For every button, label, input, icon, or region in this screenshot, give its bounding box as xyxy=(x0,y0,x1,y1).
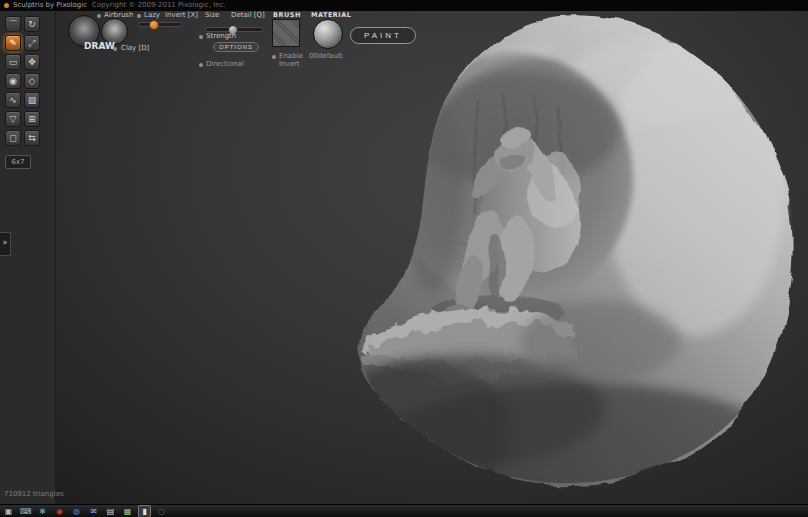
enable-label: Enable xyxy=(279,52,303,60)
smooth-icon: ∿ xyxy=(9,95,17,105)
window-title: Sculptris by Pixologic xyxy=(13,1,87,9)
mail-icon[interactable]: ✉ xyxy=(88,506,99,517)
scale-icon: ⤢ xyxy=(28,38,35,48)
material-sphere-thumbnail[interactable] xyxy=(313,19,343,49)
invert2-label: Invert xyxy=(279,60,300,68)
material-name: 00default xyxy=(309,52,343,60)
text-editor-icon[interactable]: ▤ xyxy=(105,506,116,517)
detail-label: Detail [Q] xyxy=(231,11,265,19)
grid-size-indicator[interactable]: 6x7 xyxy=(5,155,31,169)
crease-icon: ⌒ xyxy=(9,19,18,29)
settings-icon[interactable]: ◌ xyxy=(156,506,167,517)
size-slider[interactable] xyxy=(138,22,182,27)
tool-mask-button[interactable]: ▨ xyxy=(24,92,40,108)
rotate-icon: ↻ xyxy=(28,19,36,29)
tool-scale-button[interactable]: ⤢ xyxy=(24,35,40,51)
symmetry-icon: ⇆ xyxy=(28,133,36,143)
options-button[interactable]: OPTIONS xyxy=(213,42,259,52)
triangle-count: 710912 triangles xyxy=(4,490,64,498)
tool-flatten-button[interactable]: ▭ xyxy=(5,54,21,70)
titlebar: Sculptris by Pixologic Copyright © 2009-… xyxy=(0,0,808,11)
grab-icon: ✥ xyxy=(28,57,36,67)
reduce-brush-icon: ▽ xyxy=(10,114,17,124)
panel-expand-tab[interactable]: » xyxy=(0,232,11,256)
keyboard-icon[interactable]: ⌨ xyxy=(20,506,31,517)
tool-sidebar: ⌒ ↻ ✎ ⤢ ▭ ✥ ◉ ◇ ∿ ▨ ▽ ⊞ ◻ ⇆ 6x7 xyxy=(0,11,56,504)
tool-pinch-button[interactable]: ◇ xyxy=(24,73,40,89)
wireframe-icon: ◻ xyxy=(9,133,16,143)
flatten-icon: ▭ xyxy=(9,57,18,67)
size-slider-knob[interactable] xyxy=(149,20,159,30)
copyright-text: Copyright © 2009-2011 Pixologic, Inc. xyxy=(92,1,226,9)
strength-bullet[interactable] xyxy=(199,35,203,39)
mask-icon: ▨ xyxy=(28,95,37,105)
media-player-icon[interactable]: ◉ xyxy=(54,506,65,517)
tool-inflate-button[interactable]: ◉ xyxy=(5,73,21,89)
strength-label: Strength xyxy=(206,32,236,40)
os-taskbar: ▣ ⌨ ❄ ◉ ◍ ✉ ▤ ▦ ▮ ◌ xyxy=(0,504,808,517)
tool-crease-button[interactable]: ⌒ xyxy=(5,16,21,32)
mode-label: DRAW xyxy=(84,41,115,51)
brush-texture-thumbnail[interactable] xyxy=(272,19,300,47)
brush-section-title: BRUSH xyxy=(273,11,301,19)
subdivide-icon: ⊞ xyxy=(28,114,36,124)
image-viewer-icon[interactable]: ▦ xyxy=(122,506,133,517)
tool-draw-button[interactable]: ✎ xyxy=(5,35,21,51)
invert-label: Invert [X] xyxy=(165,11,198,19)
lazy-label: Lazy xyxy=(144,11,160,19)
app-icon xyxy=(4,3,9,8)
paint-mode-button[interactable]: PAINT xyxy=(350,27,416,44)
tool-grab-button[interactable]: ✥ xyxy=(24,54,40,70)
files-icon[interactable]: ▣ xyxy=(3,506,14,517)
size-label: Size xyxy=(205,11,219,19)
material-section-title: MATERIAL xyxy=(311,11,351,19)
tool-rotate-button[interactable]: ↻ xyxy=(24,16,40,32)
terminal-icon[interactable]: ▮ xyxy=(139,506,150,517)
airbrush-label: Airbrush xyxy=(104,11,133,19)
tool-smooth-button[interactable]: ∿ xyxy=(5,92,21,108)
tool-subdivide-button[interactable]: ⊞ xyxy=(24,111,40,127)
airbrush-checkbox[interactable] xyxy=(97,14,101,18)
tool-symmetry-button[interactable]: ⇆ xyxy=(24,130,40,146)
viewport[interactable] xyxy=(0,11,808,504)
snowflake-icon[interactable]: ❄ xyxy=(37,506,48,517)
enable-invert-checkbox[interactable] xyxy=(272,55,276,59)
draw-icon: ✎ xyxy=(9,38,17,48)
browser-icon[interactable]: ◍ xyxy=(71,506,82,517)
sculpture-3d-model[interactable] xyxy=(330,11,808,504)
inflate-icon: ◉ xyxy=(9,76,17,86)
tool-reduce-brush-button[interactable]: ▽ xyxy=(5,111,21,127)
pinch-icon: ◇ xyxy=(29,76,36,86)
tool-wireframe-button[interactable]: ◻ xyxy=(5,130,21,146)
clay-tool-label: Clay [D] xyxy=(121,44,149,52)
directional-label: Directional xyxy=(206,60,244,68)
lazy-checkbox[interactable] xyxy=(137,14,141,18)
clay-toggle[interactable] xyxy=(113,47,117,51)
directional-checkbox[interactable] xyxy=(199,63,203,67)
